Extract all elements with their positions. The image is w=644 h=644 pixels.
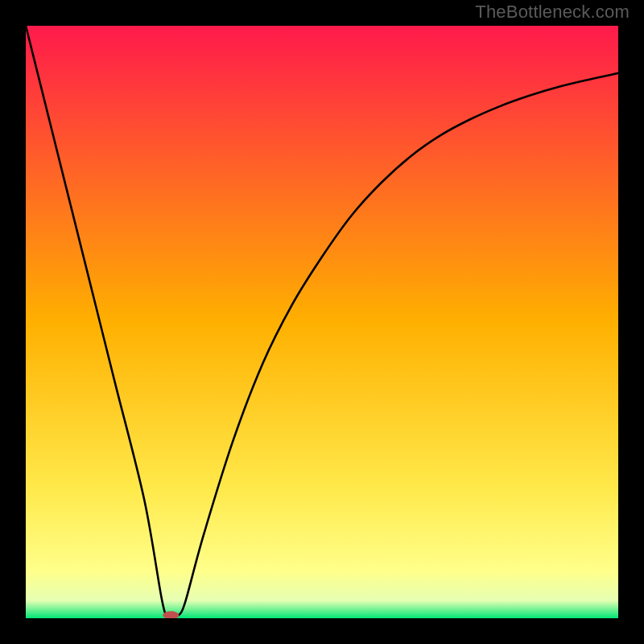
chart-container: TheBottleneck.com (0, 0, 644, 644)
chart-svg (26, 26, 618, 618)
watermark-text: TheBottleneck.com (475, 2, 630, 23)
gradient-background (26, 26, 618, 618)
plot-area (26, 26, 618, 618)
